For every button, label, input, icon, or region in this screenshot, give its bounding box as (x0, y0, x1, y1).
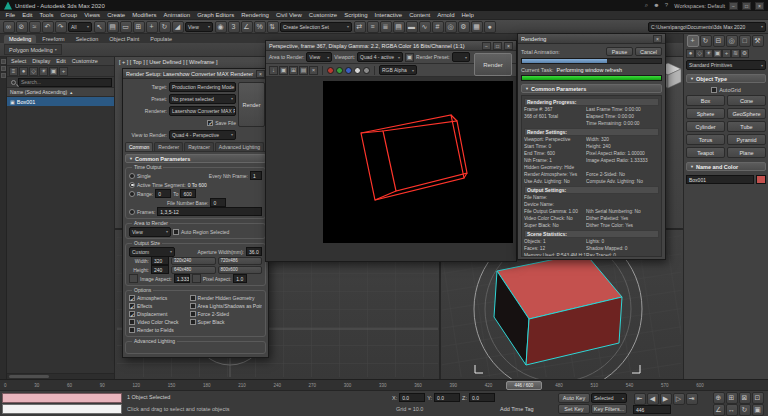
curve-editor-icon[interactable]: ∿ (419, 21, 431, 33)
menu-item[interactable]: Arnold (434, 12, 458, 18)
go-to-end-icon[interactable]: ⇥ (686, 393, 698, 405)
menu-item[interactable]: Customize (305, 12, 340, 18)
area-to-render-combo[interactable]: View (129, 227, 171, 237)
set-key-button[interactable]: Set Key (558, 404, 590, 414)
select-and-scale-icon[interactable]: ◢ (172, 21, 184, 33)
material-editor-icon[interactable]: ◎ (445, 21, 457, 33)
active-time-segment-radio[interactable] (129, 182, 135, 188)
toggle-ribbon-icon[interactable]: ▬ (406, 21, 418, 33)
scrollbar-thumb[interactable] (9, 375, 49, 378)
menu-item[interactable]: Animation (160, 12, 194, 18)
renderer-combo[interactable]: Lasershow Converter MAX Renderer (169, 106, 236, 116)
zoom-region-icon[interactable]: ⊡ (752, 392, 764, 404)
pause-button[interactable]: Pause (606, 47, 633, 56)
undo-icon[interactable]: ↶ (42, 21, 54, 33)
toggle-layer-explorer-icon[interactable]: ▤ (393, 21, 405, 33)
area-to-render-combo[interactable]: View (306, 52, 332, 62)
search-icon[interactable]: ⌕ (641, 1, 651, 10)
explorer-menu-item[interactable]: Display (29, 58, 53, 64)
maximize-icon[interactable]: □ (493, 42, 502, 50)
minimize-icon[interactable]: − (482, 42, 491, 50)
select-and-move-icon[interactable]: + (146, 21, 158, 33)
render-preset-combo[interactable] (452, 52, 470, 62)
range-from-field[interactable]: 0 (155, 189, 171, 198)
plane-button[interactable]: Plane (727, 147, 766, 158)
close-icon[interactable]: × (504, 42, 513, 50)
target-combo[interactable]: Production Rendering Mode (169, 82, 236, 92)
geometry-icon[interactable]: ● (686, 49, 695, 58)
select-by-name-icon[interactable]: ▤ (107, 21, 119, 33)
toggle-scene-explorer-icon[interactable]: ≣ (380, 21, 392, 33)
user-account-icon[interactable]: ☻ (651, 1, 661, 10)
select-object-icon[interactable]: ↖ (94, 21, 106, 33)
menu-item[interactable]: Rendering (238, 12, 273, 18)
clear-image-icon[interactable]: × (309, 66, 318, 75)
menu-item[interactable]: Interactive (371, 12, 406, 18)
display-influences-icon[interactable]: ≡ (9, 67, 18, 76)
view-to-render-combo[interactable]: Quad 4 - Perspective (169, 130, 236, 140)
previous-frame-icon[interactable]: ◀ (647, 393, 659, 405)
menu-item[interactable]: Graph Editors (194, 12, 238, 18)
option-checkbox-row[interactable]: Area Lights/Shadows as Points (190, 302, 262, 310)
render-setup-tab[interactable]: Common (125, 142, 153, 151)
object-type-rollout[interactable]: Object Type (686, 74, 766, 83)
go-to-start-icon[interactable]: ⇤ (634, 393, 646, 405)
render-button[interactable]: Render (238, 82, 265, 127)
pan-icon[interactable]: ↔ (726, 404, 738, 416)
frames-radio[interactable] (129, 209, 135, 215)
workspaces-selector[interactable]: Workspaces: Default (674, 3, 725, 9)
menu-item[interactable]: Views (81, 12, 104, 18)
y-coordinate-field[interactable]: 0.0 (434, 393, 460, 402)
bind-to-space-warp-icon[interactable]: ≈ (29, 21, 41, 33)
monochrome-icon[interactable] (363, 67, 370, 74)
render-production-icon[interactable]: ● (484, 21, 496, 33)
z-coordinate-field[interactable]: 0.0 (469, 393, 495, 402)
menu-item[interactable]: Content (406, 12, 434, 18)
auto-key-button[interactable]: Auto Key (558, 393, 590, 403)
green-channel-icon[interactable] (336, 67, 343, 74)
cone-button[interactable]: Cone (727, 95, 766, 106)
save-file-row[interactable]: Save File (125, 117, 236, 128)
render-setup-tab[interactable]: Raytracer (184, 142, 214, 151)
close-icon[interactable]: × (256, 70, 265, 78)
save-image-icon[interactable]: ↓ (269, 66, 278, 75)
render-button[interactable]: Render (474, 53, 512, 76)
rectangular-selection-icon[interactable]: ▭ (120, 21, 132, 33)
primitive-category-combo[interactable]: Standard Primitives (686, 60, 766, 70)
cameras-icon[interactable]: ▣ (713, 49, 722, 58)
viewport-label[interactable]: [ + ] [ Top ] [ User Defined ] [ Wirefra… (119, 59, 217, 65)
select-and-rotate-icon[interactable]: ↻ (159, 21, 171, 33)
pixel-aspect-lock-icon[interactable] (192, 274, 201, 283)
option-checkbox-row[interactable]: Super Black (190, 318, 262, 326)
maxscript-macro-recorder[interactable] (2, 393, 122, 403)
nth-frame-field[interactable]: 1 (250, 171, 262, 180)
single-radio[interactable] (129, 173, 135, 179)
next-frame-icon[interactable]: ▷ (673, 393, 685, 405)
display-helpers-icon[interactable]: + (59, 67, 68, 76)
menu-item[interactable]: File (2, 12, 19, 18)
keying-filter-combo[interactable]: Selected (591, 393, 627, 403)
maxscript-mini-listener[interactable] (2, 404, 122, 414)
explorer-search-input[interactable]: Search... (18, 78, 112, 87)
alpha-channel-icon[interactable] (354, 67, 361, 74)
auto-region-checkbox[interactable] (173, 229, 179, 235)
menu-item[interactable]: Civil View (272, 12, 305, 18)
file-number-base-field[interactable]: 0 (210, 198, 226, 207)
zoom-all-icon[interactable]: ⊞ (726, 392, 738, 404)
menu-item[interactable]: Create (104, 12, 129, 18)
autogrid-checkbox[interactable] (711, 87, 717, 93)
hierarchy-tab-icon[interactable]: ⊟ (713, 35, 725, 47)
close-icon[interactable]: × (755, 2, 764, 10)
select-and-link-icon[interactable]: ∞ (3, 21, 15, 33)
preset-640x480-button[interactable]: 640x480 (171, 266, 216, 274)
tube-button[interactable]: Tube (727, 121, 766, 132)
3ds-max-logo-icon[interactable] (4, 2, 12, 10)
add-time-tag[interactable]: Add Time Tag (500, 406, 534, 412)
menu-item[interactable]: Scripting (341, 12, 371, 18)
display-cameras-icon[interactable]: ▣ (49, 67, 58, 76)
display-tab-icon[interactable]: □ (739, 35, 751, 47)
close-icon[interactable]: × (653, 35, 662, 43)
print-image-icon[interactable]: ▤ (299, 66, 308, 75)
modify-tab-icon[interactable]: ↻ (700, 35, 712, 47)
rendering-titlebar[interactable]: Rendering × (518, 34, 665, 44)
